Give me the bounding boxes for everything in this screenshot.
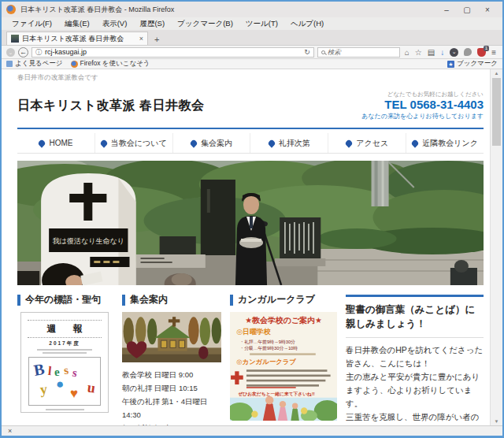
- hamburger-menu-icon[interactable]: ≡: [491, 48, 496, 57]
- maximize-button[interactable]: ▢: [457, 6, 477, 14]
- nav-leaf-icon: [345, 139, 354, 147]
- heart-art: ♥: [70, 386, 78, 402]
- section-motto: 今年の標語・聖句 週 報 2017年度 B l e s s: [17, 295, 113, 425]
- kangaroo-club-poster[interactable]: ★教会学校のご案内★ ◎日曜学校 ・礼拝…午前9時～9時30分 ・分級…午前9時…: [230, 312, 337, 421]
- bookmarks-icon: ★: [447, 61, 454, 68]
- browser-window: 日本キリスト改革派 春日井教会 - Mozilla Firefox – ▢ × …: [0, 0, 504, 438]
- pocket-icon[interactable]: ⌄: [450, 48, 458, 57]
- page-scrollbar[interactable]: ▲ ▼: [490, 69, 502, 425]
- search-input[interactable]: [328, 48, 396, 56]
- poster-line: ・分級…午前9時30分～10時: [240, 345, 298, 351]
- circle-art: ●: [56, 377, 64, 392]
- adblock-badge: 1: [484, 46, 489, 51]
- section-meetings: 集会案内: [122, 295, 221, 425]
- page-actions-icon[interactable]: ⌄: [6, 48, 15, 57]
- firefox-icon: [71, 61, 78, 68]
- poster-line: ・礼拝…午前9時～9時30分: [240, 339, 296, 345]
- window-title: 日本キリスト改革派 春日井教会 - Mozilla Firefox: [20, 5, 436, 15]
- search-icon: [321, 50, 325, 54]
- bible-paragraph: 三重苦を克服し、世界の障がい者の希望の光となった、かのヘレン・ケラーは、来日した…: [346, 410, 484, 425]
- find-bar: ×: [2, 425, 502, 436]
- poster-note: ぜひお友だちと一緒に来て下さいね!!: [237, 391, 314, 397]
- section-heading: カンガルークラブ: [230, 295, 337, 306]
- contact-note-bottom: あなたの来訪を心よりお待ちしております: [361, 113, 484, 121]
- tab-favicon: [11, 35, 19, 43]
- downloads-icon[interactable]: ↓: [440, 48, 444, 57]
- phone-number: TEL 0568-31-4403: [361, 98, 484, 113]
- menu-help[interactable]: ヘルプ(H): [285, 18, 329, 30]
- back-button[interactable]: ←: [18, 47, 28, 58]
- schedule-row: 朝の礼拝 日曜日 10:15: [122, 381, 221, 395]
- schedule-row: 朝の祈祷会: 水曜日 10:00: [122, 421, 221, 425]
- nav-leaf-icon: [189, 139, 198, 147]
- header-divider: [17, 128, 484, 129]
- tab-close-icon[interactable]: ×: [139, 35, 143, 43]
- tab-title: 日本キリスト改革派 春日井教会: [22, 34, 136, 44]
- nav-leaf-icon: [38, 139, 46, 147]
- weekly-bulletin-image[interactable]: 週 報 2017年度 B l e s s y ●: [20, 312, 109, 413]
- close-button[interactable]: ×: [477, 6, 498, 14]
- bookmarks-menu-button[interactable]: ★ ブックマーク: [447, 59, 498, 69]
- poster-section-kangaroo: ◎カンガルークラブ: [236, 358, 296, 366]
- scroll-up-icon[interactable]: ▲: [491, 71, 502, 76]
- findbar-close-icon[interactable]: ×: [8, 427, 12, 435]
- adblock-icon[interactable]: 1: [477, 48, 486, 57]
- nav-leaf-icon: [99, 139, 108, 147]
- schedule-row: 午後の礼拝 第1・4日曜日 14:30: [122, 395, 221, 421]
- nav-meetings[interactable]: 集会案内: [172, 133, 250, 153]
- nav-about[interactable]: 当教会について: [94, 133, 172, 153]
- site-tagline: 春日井市の改革派教会です: [17, 69, 484, 83]
- nav-worship-order[interactable]: 礼拝次第: [250, 133, 328, 153]
- nav-church-links[interactable]: 近隣教会リンク: [406, 133, 484, 153]
- navigation-toolbar: ⌄ ← ⓘ ↻ ⌂ ☆ ▤ ↓ ⌄ 1 ≡: [2, 45, 502, 59]
- menu-history[interactable]: 履歴(S): [134, 18, 170, 30]
- bookmarks-bar: よく見るページ Firefox を使いこなそう ★ ブックマーク: [2, 59, 502, 69]
- reload-icon[interactable]: ↻: [304, 48, 310, 56]
- menu-bar: ファイル(F) 編集(E) 表示(V) 履歴(S) ブックマーク(B) ツール(…: [2, 17, 502, 30]
- poster-section-sunday-school: ◎日曜学校: [236, 328, 271, 336]
- nav-leaf-icon: [411, 139, 420, 147]
- new-tab-button[interactable]: +: [148, 35, 165, 45]
- tab-bar: 日本キリスト改革派 春日井教会 × +: [2, 30, 502, 45]
- contact-note-top: どなたでもお気軽にお越しください: [361, 91, 484, 98]
- bulletin-year: 2017年度: [26, 340, 103, 347]
- search-bar[interactable]: [317, 47, 400, 58]
- bible-paragraph: 春日井教会のHPを訪れてくださった皆さん、こんにちは！: [346, 343, 484, 370]
- active-tab[interactable]: 日本キリスト改革派 春日井教会 ×: [6, 32, 148, 45]
- scroll-down-icon[interactable]: ▼: [491, 419, 502, 424]
- nav-access[interactable]: アクセス: [328, 133, 406, 153]
- addon-icon[interactable]: [464, 48, 472, 56]
- folder-icon: [6, 61, 13, 67]
- bible-paragraph: 主の恵みと平安が貴方に豊かにありますよう、心よりお祈りしています。: [346, 370, 484, 410]
- url-bar[interactable]: ⓘ ↻: [32, 47, 314, 58]
- leaf-art-image[interactable]: [122, 312, 221, 362]
- section-kangaroo-club: カンガルークラブ ★教会学校のご案内★ ◎日曜学校 ・礼拝…午前9時～9時30分…: [230, 295, 337, 425]
- bulletin-title: 週 報: [26, 322, 103, 336]
- poster-title: ★教会学校のご案内★: [245, 316, 322, 325]
- hero-photo: 我は復活なり生命なり: [17, 161, 484, 285]
- section-bible-message: 聖書の御言葉（みことば）に親しみましょう！ 春日井教会のHPを訪れてくださった皆…: [346, 295, 484, 425]
- site-info-icon[interactable]: ⓘ: [35, 48, 42, 57]
- menu-tools[interactable]: ツール(T): [240, 18, 284, 30]
- contact-block: どなたでもお気軽にお越しください TEL 0568-31-4403 あなたの来訪…: [361, 91, 484, 121]
- bookmark-firefox-help[interactable]: Firefox を使いこなそう: [71, 59, 150, 69]
- menu-file[interactable]: ファイル(F): [6, 18, 57, 30]
- minimize-button[interactable]: –: [436, 6, 457, 14]
- bulletin-artwork: B l e s s y ● u ♥: [28, 357, 101, 406]
- section-heading: 今年の標語・聖句: [17, 295, 113, 306]
- url-input[interactable]: [45, 48, 301, 56]
- home-icon[interactable]: ⌂: [405, 48, 410, 57]
- menu-bookmarks[interactable]: ブックマーク(B): [172, 18, 239, 30]
- monument-inscription: 我は復活なり生命なり: [53, 237, 124, 245]
- scrollbar-thumb[interactable]: [492, 78, 501, 146]
- section-heading: 聖書の御言葉（みことば）に親しみましょう！: [346, 303, 484, 338]
- menu-edit[interactable]: 編集(E): [59, 18, 95, 30]
- nav-home[interactable]: HOME: [17, 133, 94, 153]
- firefox-icon: [6, 5, 16, 14]
- bookmark-frequent[interactable]: よく見るページ: [6, 59, 63, 69]
- bookmark-star-icon[interactable]: ☆: [415, 48, 422, 57]
- site-title: 日本キリスト改革派 春日井教会: [17, 98, 204, 114]
- title-bar: 日本キリスト改革派 春日井教会 - Mozilla Firefox – ▢ ×: [2, 2, 502, 17]
- menu-view[interactable]: 表示(V): [97, 18, 133, 30]
- library-icon[interactable]: ▤: [428, 48, 435, 57]
